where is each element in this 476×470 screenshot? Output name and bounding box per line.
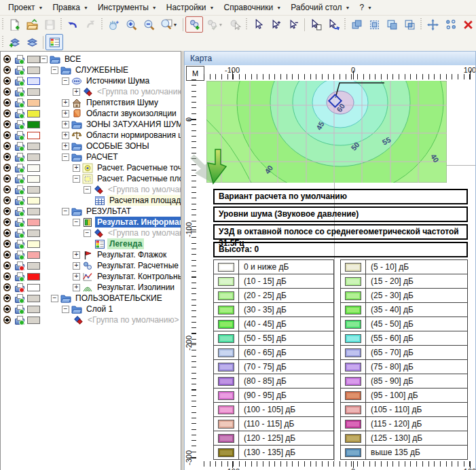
expand-box[interactable]: + xyxy=(73,273,80,281)
visibility-eye-icon[interactable] xyxy=(3,305,11,313)
expand-box[interactable]: + xyxy=(62,110,69,118)
collapse-box[interactable]: − xyxy=(51,295,58,302)
visibility-eye-icon[interactable] xyxy=(3,153,11,161)
print-toggle-icon[interactable] xyxy=(14,251,24,259)
layer-color-swatch[interactable] xyxy=(27,230,40,237)
tree-item-label[interactable]: Результат. Контрольный... xyxy=(95,271,181,282)
visibility-eye-icon[interactable] xyxy=(3,283,11,291)
tree-item[interactable]: +Результат. Флажок xyxy=(1,249,181,260)
layer-color-swatch[interactable] xyxy=(27,262,40,270)
pan-hand-button[interactable] xyxy=(105,16,122,33)
visibility-eye-icon[interactable] xyxy=(3,175,11,183)
tree-item[interactable]: +Области нормирования шума xyxy=(1,130,181,141)
print-toggle-icon[interactable] xyxy=(14,120,24,129)
print-toggle-icon[interactable] xyxy=(14,88,24,96)
ruler-unit-box[interactable]: М xyxy=(186,66,204,81)
tree-item-label[interactable]: Результат. Флажок xyxy=(95,249,168,260)
visibility-eye-icon[interactable] xyxy=(3,261,11,270)
print-toggle-icon[interactable] xyxy=(14,218,24,227)
visibility-eye-icon[interactable] xyxy=(3,77,11,85)
visibility-eye-icon[interactable] xyxy=(3,131,11,139)
menu-item-1[interactable]: Правка▼ xyxy=(48,1,93,14)
move-objects-button[interactable] xyxy=(424,16,441,33)
layer-color-swatch[interactable] xyxy=(27,186,40,194)
map-canvas[interactable]: М xyxy=(184,65,476,470)
tree-item[interactable]: +Препятствия Шуму xyxy=(1,97,181,108)
toolbar-grip[interactable] xyxy=(99,18,105,31)
tree-item[interactable]: −ВСЕ xyxy=(1,54,181,65)
print-toggle-icon[interactable] xyxy=(14,66,24,75)
tree-item[interactable]: −Расчет. Расчетные площ... xyxy=(1,173,181,184)
layer-color-swatch[interactable] xyxy=(27,208,40,215)
tree-item-label[interactable]: <Группа по умолчанию> xyxy=(106,228,181,238)
collapse-box[interactable]: − xyxy=(62,306,69,313)
tree-item-label[interactable]: Расчетная площадка xyxy=(107,195,181,206)
layer-color-swatch[interactable] xyxy=(27,175,40,183)
expand-box[interactable]: + xyxy=(62,121,69,128)
cursor-select-button[interactable] xyxy=(249,16,267,33)
tree-item-label[interactable]: ПОЛЬЗОВАТЕЛЬСКИЕ xyxy=(73,293,164,304)
toolbar-grip[interactable] xyxy=(418,18,424,31)
tree-item-label[interactable]: Препятствия Шуму xyxy=(84,97,160,108)
tree-item[interactable]: −Результат. Информац... xyxy=(1,217,181,228)
noise-map-field[interactable]: 45505560404040 xyxy=(206,81,447,183)
add-layer-button[interactable] xyxy=(5,34,23,50)
tree-item-label[interactable]: <Группа по умолчанию> xyxy=(86,314,181,325)
cursor-select-page-button[interactable] xyxy=(307,16,325,33)
expand-box[interactable]: + xyxy=(73,164,80,172)
layer-color-swatch[interactable] xyxy=(27,284,40,291)
visibility-eye-icon[interactable] xyxy=(3,316,11,324)
cursor-select-move-button[interactable] xyxy=(325,16,342,33)
tree-item-label[interactable]: РЕЗУЛЬТАТ xyxy=(84,206,133,217)
collapse-box[interactable]: − xyxy=(51,67,58,74)
zoom-out-button[interactable] xyxy=(140,16,158,33)
tree-item[interactable]: +Области звукоизоляции xyxy=(1,108,181,119)
visibility-eye-icon[interactable] xyxy=(3,109,11,118)
visibility-eye-icon[interactable] xyxy=(3,196,11,204)
undo-button[interactable] xyxy=(64,16,81,33)
tree-item[interactable]: +Результат. Изолинии xyxy=(1,282,181,293)
menu-item-5[interactable]: Рабочий стол▼ xyxy=(287,1,355,14)
layer-color-swatch[interactable] xyxy=(27,240,40,248)
tree-item[interactable]: +ЗОНЫ ЗАТУХАНИЯ ШУМА xyxy=(1,119,181,130)
select-object-button[interactable] xyxy=(226,16,244,33)
expand-box[interactable]: + xyxy=(73,88,80,96)
expand-box[interactable]: + xyxy=(62,99,69,107)
tree-item-label[interactable]: Результат. Расчетные т... xyxy=(95,260,181,271)
tree-item-label[interactable]: Результат. Изолинии xyxy=(95,282,177,293)
tree-item[interactable]: +Результат. Расчетные т... xyxy=(1,260,181,271)
tree-item[interactable]: −РЕЗУЛЬТАТ xyxy=(1,206,181,217)
toolbar-grip[interactable] xyxy=(342,18,348,31)
print-toggle-icon[interactable] xyxy=(14,283,24,292)
toolbar-grip[interactable] xyxy=(0,18,5,31)
layer-color-swatch[interactable] xyxy=(27,219,40,226)
tree-item[interactable]: −<Группа по умолчанию> xyxy=(1,184,181,195)
tree-item[interactable]: −Источники Шума xyxy=(1,75,181,86)
visibility-eye-icon[interactable] xyxy=(3,98,11,107)
tree-item[interactable]: +Расчет. Расчетные точки xyxy=(1,162,181,173)
tree-item-label[interactable]: СЛУЖЕБНЫЕ xyxy=(73,65,130,75)
layer-color-swatch[interactable] xyxy=(27,251,40,259)
visibility-eye-icon[interactable] xyxy=(3,55,11,63)
tree-item[interactable]: <Группа по умолчанию> xyxy=(1,314,181,325)
zoom-page-button[interactable]: ▼ xyxy=(158,16,181,33)
visibility-eye-icon[interactable] xyxy=(3,240,11,248)
collapse-box[interactable]: − xyxy=(84,186,91,194)
visibility-eye-icon[interactable] xyxy=(3,229,11,237)
cursor-select-remove-button[interactable] xyxy=(285,16,302,33)
visibility-eye-icon[interactable] xyxy=(3,207,11,215)
visibility-eye-icon[interactable] xyxy=(3,66,11,74)
visibility-eye-icon[interactable] xyxy=(3,218,11,226)
print-toggle-icon[interactable] xyxy=(14,207,24,216)
layer-color-swatch[interactable] xyxy=(27,56,40,63)
tree-item[interactable]: −<Группа по умолчанию> xyxy=(1,228,181,238)
shape-intersect-button[interactable] xyxy=(401,16,418,33)
visibility-eye-icon[interactable] xyxy=(3,251,11,259)
tree-item-label[interactable]: Расчет. Расчетные точки xyxy=(95,162,181,173)
toolbar-grip[interactable] xyxy=(244,18,249,31)
collapse-box[interactable]: − xyxy=(62,77,69,85)
expand-box[interactable]: + xyxy=(62,143,69,150)
redo-button[interactable] xyxy=(81,16,99,33)
layer-color-swatch[interactable] xyxy=(27,99,40,107)
shape-frame-button[interactable] xyxy=(365,16,383,33)
